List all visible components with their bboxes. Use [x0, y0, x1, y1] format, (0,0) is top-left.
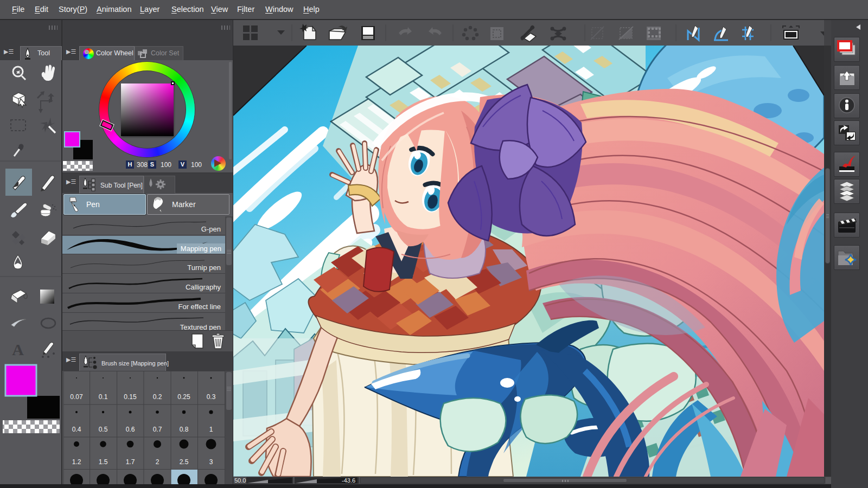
svg-text:0.2: 0.2: [153, 393, 162, 401]
svg-text:0.6: 0.6: [126, 426, 135, 433]
svg-text:0.15: 0.15: [124, 393, 137, 401]
svg-text:0.3: 0.3: [207, 393, 216, 401]
svg-text:1.7: 1.7: [126, 458, 135, 466]
svg-text:1: 1: [209, 426, 213, 433]
svg-text:0.5: 0.5: [99, 426, 108, 433]
svg-text:0.7: 0.7: [153, 426, 162, 433]
svg-text:2: 2: [156, 458, 159, 466]
svg-text:A: A: [12, 341, 24, 358]
svg-text:0.1: 0.1: [99, 393, 108, 401]
svg-text:0.25: 0.25: [177, 393, 190, 401]
svg-text:0.07: 0.07: [70, 393, 83, 401]
svg-text:1.5: 1.5: [99, 458, 108, 466]
svg-text:0.8: 0.8: [180, 426, 189, 433]
svg-text:1.2: 1.2: [72, 458, 81, 466]
svg-text:2.5: 2.5: [180, 458, 189, 466]
svg-text:0.4: 0.4: [72, 426, 81, 433]
svg-text:3: 3: [209, 458, 213, 466]
